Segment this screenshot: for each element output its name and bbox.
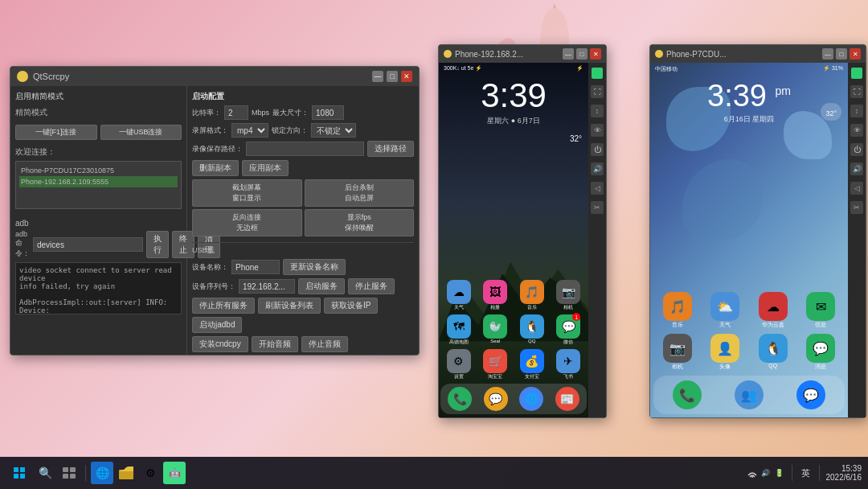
taskbar-time-display: 15:39 <box>826 464 862 473</box>
p2-app-msg[interactable]: ✉ 信息 <box>806 292 835 329</box>
phone2-window: Phone-P7CDU... — □ ✕ 中国移动 ⚡ 31% 3:39 <box>649 44 866 418</box>
phone1-rotate-button[interactable]: ↕ <box>591 105 604 117</box>
speaker-tray-icon[interactable]: 🔊 <box>760 467 772 479</box>
phone1-close-button[interactable]: ✕ <box>590 48 601 60</box>
phone1-screen: 300K↓ ut 5e ⚡ ⚡ 3:39 星期六 ● 6月7日 32° ☁ 天气 <box>439 63 588 417</box>
app-toutiao[interactable]: 📰 <box>555 387 579 411</box>
p2-app-cloud[interactable]: ☁ 华为云盘 <box>759 292 788 329</box>
phone2-cut-button[interactable]: ✂ <box>850 201 863 214</box>
app-settings[interactable]: ⚙ 设置 <box>447 349 471 380</box>
app-gallery[interactable]: 🖼 相册 <box>483 280 507 311</box>
new-record-button[interactable]: 删新副本 <box>192 160 239 176</box>
app-chrome[interactable]: 🌐 <box>519 387 543 411</box>
p2-app-music[interactable]: 🎵 音乐 <box>663 292 692 329</box>
p2-app-weather[interactable]: ⛅ 天气 <box>710 292 739 329</box>
network-tray-icon[interactable] <box>747 467 758 479</box>
one-key-usb-button[interactable]: 一键USB连接 <box>100 125 182 140</box>
bitrate-input[interactable] <box>224 105 248 120</box>
update-name-button[interactable]: 更新设备名称 <box>283 259 346 275</box>
device-item-1[interactable]: Phone-P7CDU17C23010875 <box>19 165 178 176</box>
app-feishu[interactable]: ✈ 飞书 <box>556 349 580 380</box>
phone2-rotate-button[interactable]: ↕ <box>850 105 863 117</box>
qtscrcpy-minimize-button[interactable]: — <box>372 71 383 82</box>
device-serial-input[interactable] <box>239 279 295 294</box>
battery-tray-icon[interactable]: 🔋 <box>774 467 785 479</box>
phone1-eye-button[interactable]: 👁 <box>591 124 604 137</box>
phone1-power-button[interactable]: ⏻ <box>591 143 604 156</box>
stop-audio-button[interactable]: 停止音频 <box>301 336 348 352</box>
save-path-button[interactable]: 选择路径 <box>367 141 414 157</box>
start-jadbd-button[interactable]: 启动jadbd <box>192 317 242 333</box>
app-seal[interactable]: 🦭 Seal <box>483 314 507 346</box>
p2-dock-phone[interactable]: 📞 <box>673 380 702 409</box>
adb-exec-button[interactable]: 执行 <box>146 231 169 258</box>
refresh-list-button[interactable]: 刷新设备列表 <box>258 298 321 314</box>
phone2-power-button[interactable]: ⏻ <box>850 143 863 156</box>
phone2-eye-button[interactable]: 👁 <box>850 124 863 137</box>
one-key-if-button[interactable]: 一键[F1]连接 <box>15 125 97 140</box>
phone1-volume-button[interactable]: 🔊 <box>591 162 604 175</box>
app-gaode[interactable]: 🗺 高德地图 <box>447 314 471 346</box>
settings-taskbar-button[interactable]: ⚙ <box>139 462 162 484</box>
app-taobao[interactable]: 🛒 淘宝宝 <box>483 349 507 380</box>
stop-all-button[interactable]: 停止所有服务 <box>192 298 255 314</box>
lock-select[interactable]: 不锁定 <box>311 123 356 138</box>
phone2-maximize-button[interactable]: □ <box>836 48 847 60</box>
p2-app-qq2[interactable]: 🐧 QQ <box>759 334 788 371</box>
p2-app-messages[interactable]: 💬 消息 <box>806 334 835 371</box>
phone2-close-button[interactable]: ✕ <box>850 48 861 60</box>
p2-app-camera[interactable]: 📷 相机 <box>663 334 692 371</box>
start-button[interactable] <box>6 460 32 486</box>
app-weather[interactable]: ☁ 天气 <box>447 280 471 311</box>
p2-app-avatar[interactable]: 👤 头像 <box>710 334 739 371</box>
install-cndcpy-button[interactable]: 安装cndcpy <box>192 336 248 352</box>
p2-dock-contacts[interactable]: 👥 <box>735 380 764 409</box>
start-service-button[interactable]: 启动服务 <box>298 278 345 294</box>
phone1-fullscreen-button[interactable]: ⛶ <box>591 85 604 98</box>
scrcpy-taskbar-button[interactable]: 🤖 <box>163 462 186 484</box>
app-phone[interactable]: 📞 <box>448 387 472 411</box>
phone2-carrier: 中国移动 <box>655 65 678 73</box>
adb-cmd-input[interactable] <box>33 237 143 252</box>
phone1-cut-button[interactable]: ✂ <box>591 201 604 214</box>
browser-taskbar-button[interactable]: 🌐 <box>91 462 113 484</box>
app-alipay[interactable]: 💰 支付宝 <box>520 349 544 380</box>
device-item-2[interactable]: Phone-192.168.2.109:5555 <box>19 176 178 187</box>
show-fps-button[interactable]: 显示fps保持唤醒 <box>305 209 415 236</box>
app-camera[interactable]: 📷 相机 <box>556 280 580 311</box>
get-ip-button[interactable]: 获取设备IP <box>324 298 378 314</box>
qtscrcpy-close-button[interactable]: ✕ <box>401 71 412 82</box>
phone2-fullscreen-button[interactable]: ⛶ <box>850 85 863 98</box>
app-qq[interactable]: 🐧 QQ <box>520 314 544 346</box>
svg-rect-10 <box>14 474 18 479</box>
p2-dock-chat[interactable]: 💬 <box>796 380 825 409</box>
search-taskbar-button[interactable]: 🔍 <box>34 462 56 484</box>
max-size-input[interactable] <box>312 105 344 120</box>
screen-record-button[interactable]: 截划屏幕窗口显示 <box>192 179 302 207</box>
phone1-status-right: ⚡ <box>576 65 583 72</box>
app-music[interactable]: 🎵 音乐 <box>520 280 544 311</box>
taskbar: 🔍 🌐 ⚙ 🤖 🔊 <box>0 457 868 489</box>
background-kill-button[interactable]: 后台杀制自动息屏 <box>305 179 415 207</box>
app-sms[interactable]: 💬 <box>484 387 508 411</box>
taskbar-clock[interactable]: 15:39 2022/6/16 <box>826 464 862 482</box>
bitrate-label: 比特率： <box>192 108 221 118</box>
app-wechat[interactable]: 💬 1 微信 <box>556 314 580 346</box>
explorer-taskbar-button[interactable] <box>115 462 137 484</box>
use-record-button[interactable]: 应用副本 <box>242 160 289 176</box>
phone1-back-button[interactable]: ◁ <box>591 182 604 195</box>
keyboard-layout[interactable]: 英 <box>799 467 813 479</box>
task-view-button[interactable] <box>58 462 80 484</box>
codec-select[interactable]: mp4 <box>231 123 268 138</box>
device-name-input[interactable] <box>231 260 280 274</box>
phone2-volume-button[interactable]: 🔊 <box>850 162 863 175</box>
phone2-minimize-button[interactable]: — <box>822 48 833 60</box>
phone2-back-button[interactable]: ◁ <box>850 182 863 195</box>
save-path-input[interactable] <box>246 142 364 156</box>
start-audio-button[interactable]: 开始音频 <box>252 336 298 352</box>
phone1-minimize-button[interactable]: — <box>563 48 574 60</box>
phone1-maximize-button[interactable]: □ <box>576 48 588 60</box>
qtscrcpy-maximize-button[interactable]: □ <box>387 71 398 82</box>
reverse-connect-button[interactable]: 反向连接无边框 <box>192 209 302 236</box>
stop-service-button[interactable]: 停止服务 <box>348 278 395 294</box>
